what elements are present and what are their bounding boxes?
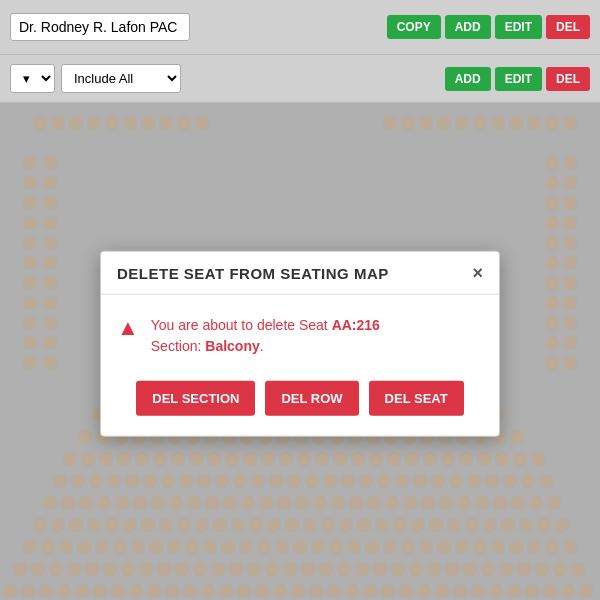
del-section-button[interactable]: DEL SECTION <box>136 381 255 416</box>
second-bar-actions: ADD EDIT DEL <box>445 67 590 91</box>
warning-icon: ▲ <box>117 315 139 341</box>
warning-message: You are about to delete Seat AA:216 Sect… <box>151 315 380 357</box>
delete-seat-dialog: DELETE SEAT FROM SEATING MAP × ▲ You are… <box>100 251 500 437</box>
top-bar-actions: COPY ADD EDIT DEL <box>387 15 590 39</box>
add-button-second[interactable]: ADD <box>445 67 491 91</box>
dialog-actions: DEL SECTION DEL ROW DEL SEAT <box>117 381 483 416</box>
warning-text-line1: You are about to delete Seat AA:216 <box>151 315 380 336</box>
edit-button-second[interactable]: EDIT <box>495 67 542 91</box>
second-bar-left: ▾ Include All <box>10 64 181 93</box>
venue-select[interactable]: Dr. Rodney R. Lafon PAC <box>10 13 190 41</box>
del-row-button[interactable]: DEL ROW <box>265 381 358 416</box>
dialog-header: DELETE SEAT FROM SEATING MAP × <box>101 252 499 295</box>
dialog-title: DELETE SEAT FROM SEATING MAP <box>117 264 389 281</box>
top-bar: Dr. Rodney R. Lafon PAC COPY ADD EDIT DE… <box>0 0 600 55</box>
close-button[interactable]: × <box>472 264 483 282</box>
section-name: Balcony <box>205 338 259 354</box>
second-bar: ▾ Include All ADD EDIT DEL <box>0 55 600 103</box>
copy-button[interactable]: COPY <box>387 15 441 39</box>
del-button-top[interactable]: DEL <box>546 15 590 39</box>
warning-text-line2: Section: Balcony. <box>151 336 380 357</box>
top-bar-left: Dr. Rodney R. Lafon PAC <box>10 13 190 41</box>
add-button-top[interactable]: ADD <box>445 15 491 39</box>
seat-id: AA:216 <box>332 317 380 333</box>
del-seat-button[interactable]: DEL SEAT <box>369 381 464 416</box>
del-button-second[interactable]: DEL <box>546 67 590 91</box>
edit-button-top[interactable]: EDIT <box>495 15 542 39</box>
include-select[interactable]: Include All <box>61 64 181 93</box>
arrow-select[interactable]: ▾ <box>10 64 55 93</box>
seating-map: DELETE SEAT FROM SEATING MAP × ▲ You are… <box>0 103 600 600</box>
section-prefix: Section: <box>151 338 205 354</box>
dialog-body: ▲ You are about to delete Seat AA:216 Se… <box>101 295 499 436</box>
warning-text-prefix: You are about to delete Seat <box>151 317 332 333</box>
warning-row: ▲ You are about to delete Seat AA:216 Se… <box>117 315 483 357</box>
